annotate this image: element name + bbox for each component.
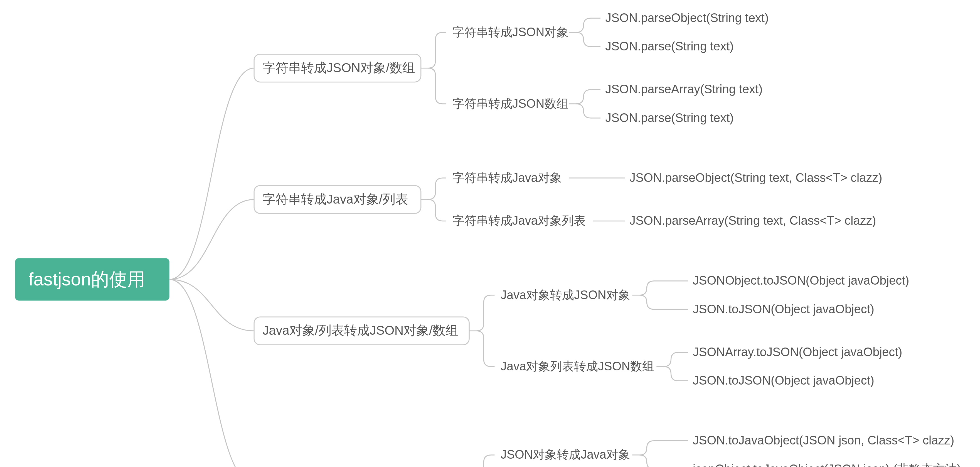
branch-label: 字符串转成Java对象/列表 <box>262 192 408 206</box>
branch-label: 字符串转成JSON对象/数组 <box>262 61 415 75</box>
sub-node-label: Java对象列表转成JSON数组 <box>501 360 654 373</box>
mindmap-diagram: fastjson的使用字符串转成JSON对象/数组字符串转成JSON对象JSON… <box>0 0 980 467</box>
leaf-node: JSON.parseArray(String text) <box>605 83 762 96</box>
leaf-node: JSON.parse(String text) <box>605 111 733 124</box>
leaf-node: JSON.toJSON(Object javaObject) <box>693 374 874 387</box>
leaf-node: JSON.parseObject(String text) <box>605 11 768 24</box>
leaf-node: JSONArray.toJSON(Object javaObject) <box>693 345 902 359</box>
leaf-node: JSON.toJavaObject(JSON json, Class<T> cl… <box>693 434 955 447</box>
leaf-node: JSON.toJSON(Object javaObject) <box>693 303 874 316</box>
root-label: fastjson的使用 <box>29 269 145 289</box>
sub-node-label: JSON对象转成Java对象 <box>501 448 630 461</box>
branch-label: Java对象/列表转成JSON对象/数组 <box>262 323 458 338</box>
sub-node-label: 字符串转成JSON对象 <box>452 26 568 39</box>
leaf-node: JSON.parseObject(String text, Class<T> c… <box>629 171 882 184</box>
sub-node-label: 字符串转成JSON数组 <box>452 97 568 110</box>
leaf-node: JSONObject.toJSON(Object javaObject) <box>693 274 909 287</box>
leaf-node: jsonObject.toJavaObject(JSON json) (非静态方… <box>692 462 961 467</box>
sub-node-label: 字符串转成Java对象列表 <box>452 214 586 227</box>
leaf-node: JSON.parseArray(String text, Class<T> cl… <box>629 214 876 227</box>
leaf-node: JSON.parse(String text) <box>605 40 733 53</box>
sub-node-label: Java对象转成JSON对象 <box>501 288 630 301</box>
sub-node-label: 字符串转成Java对象 <box>452 171 562 184</box>
